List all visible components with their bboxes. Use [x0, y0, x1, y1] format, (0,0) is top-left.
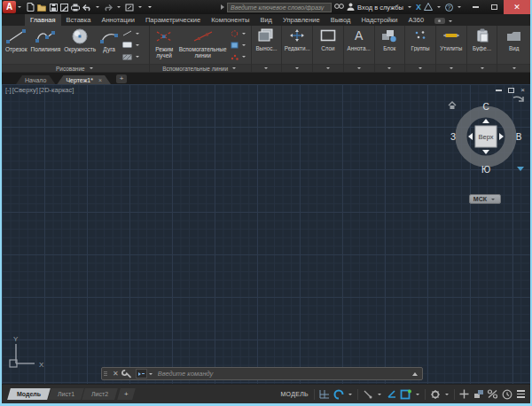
circle-button[interactable]: Окружность: [62, 27, 98, 64]
search-expand-icon[interactable]: [221, 4, 224, 10]
minimize-button[interactable]: [466, 0, 485, 14]
ribbon-tab-view[interactable]: Вид: [254, 14, 278, 26]
panel-clipboard[interactable]: Буфе...: [467, 26, 498, 72]
command-line[interactable]: ✕: [101, 367, 423, 380]
user-icon[interactable]: [347, 3, 355, 12]
doc-close-icon[interactable]: ×: [520, 87, 525, 94]
line-button[interactable]: Отрезок: [4, 27, 29, 64]
panel-draw-footer[interactable]: Рисование: [2, 64, 149, 72]
viewport-menu-control[interactable]: [-]: [5, 86, 12, 94]
clock-icon[interactable]: [501, 388, 512, 401]
plot-button[interactable]: [71, 4, 80, 12]
file-tab-start[interactable]: Начало: [16, 75, 55, 84]
ray-mode-button[interactable]: Режим лучей: [152, 27, 177, 64]
isodraft-dropdown-icon[interactable]: [378, 394, 381, 395]
snap-mode-icon[interactable]: [332, 388, 344, 401]
ribbon-tab-annotate[interactable]: Аннотации: [96, 14, 140, 26]
model-space-button[interactable]: МОДЕЛЬ: [280, 391, 309, 397]
grid-display-icon[interactable]: [318, 388, 330, 401]
layout-tab-layout2[interactable]: Лист2: [82, 388, 118, 400]
viewport-visual-style-control[interactable]: [2D-каркас]: [39, 86, 74, 94]
construction-circle-button[interactable]: [231, 30, 247, 37]
snap-dropdown-icon[interactable]: [348, 394, 352, 395]
viewcube-orbit-icon[interactable]: [512, 95, 526, 114]
a360-icon[interactable]: [424, 3, 433, 12]
ribbon-tab-manage[interactable]: Управление: [278, 14, 325, 26]
command-history-icon[interactable]: [412, 372, 418, 376]
new-tab-button[interactable]: +: [116, 74, 127, 83]
polyline-button[interactable]: Полилиния: [29, 27, 63, 64]
construction-polygon-button[interactable]: [231, 42, 247, 49]
panel-utilities[interactable]: Утилиты: [436, 26, 467, 72]
command-input[interactable]: [154, 370, 412, 378]
viewcube-arrow-up[interactable]: [482, 119, 489, 123]
panel-groups[interactable]: Группы: [405, 26, 436, 72]
command-customize-icon[interactable]: [122, 366, 132, 382]
exchange-apps-icon[interactable]: X: [416, 3, 421, 12]
hatch-button[interactable]: [122, 54, 141, 60]
panel-viewports[interactable]: Вынос...: [252, 26, 283, 72]
doc-restore-icon[interactable]: [508, 88, 514, 93]
ribbon-tab-a360[interactable]: A360: [403, 14, 430, 26]
object-snap-dropdown-icon[interactable]: [416, 394, 419, 395]
panel-modify[interactable]: Редакти...: [282, 26, 313, 72]
panel-view[interactable]: Вид: [497, 26, 530, 72]
new-layout-button[interactable]: +: [117, 388, 135, 400]
close-button[interactable]: ✕: [504, 0, 530, 14]
viewcube-face-label[interactable]: Верх: [478, 133, 493, 141]
open-file-button[interactable]: [37, 4, 47, 12]
new-file-button[interactable]: [27, 3, 35, 12]
annotation-scale-icon[interactable]: [473, 388, 484, 401]
save-button[interactable]: [50, 4, 58, 12]
ribbon-tab-output[interactable]: Вывод: [325, 14, 356, 26]
arc-button[interactable]: Дуга: [98, 27, 121, 64]
ribbon-tab-parametric[interactable]: Параметрические: [140, 14, 206, 26]
doc-minimize-icon[interactable]: [496, 90, 502, 91]
a360-dropdown-icon[interactable]: [437, 6, 441, 8]
help-dropdown-icon[interactable]: [458, 6, 461, 8]
undo-button[interactable]: [82, 4, 91, 12]
viewcube-menu-icon[interactable]: [517, 167, 524, 171]
viewcube-west-label[interactable]: З: [450, 132, 456, 142]
polar-tracking-icon[interactable]: [386, 388, 397, 401]
app-menu-button[interactable]: A: [3, 1, 16, 13]
isodraft-icon[interactable]: [362, 388, 373, 401]
redo-dropdown-icon[interactable]: [117, 6, 121, 8]
tab-close-icon[interactable]: ×: [98, 77, 102, 83]
workspace-gear-dropdown-icon[interactable]: [445, 394, 449, 395]
ribbon-tab-components[interactable]: Компоненты: [206, 14, 254, 26]
command-recent-dropdown-icon[interactable]: [149, 373, 153, 375]
drawing-canvas[interactable]: [-] [Сверху] [2D-каркас] × С Ю З В: [2, 84, 530, 384]
rectangle-tool-button[interactable]: [122, 30, 141, 36]
search-icon[interactable]: [334, 3, 344, 12]
maximize-button[interactable]: [485, 0, 504, 14]
redo-button[interactable]: [104, 4, 113, 12]
layout-tab-layout1[interactable]: Лист1: [48, 388, 84, 400]
layout-tab-model[interactable]: Модель: [7, 388, 51, 400]
ribbon-tab-home[interactable]: Главная: [25, 14, 61, 26]
panel-annotation[interactable]: A Аннота...: [344, 26, 375, 72]
command-close-icon[interactable]: ✕: [109, 370, 122, 378]
viewcube-home-icon[interactable]: [448, 97, 457, 113]
command-prompt-icon[interactable]: [136, 369, 147, 379]
help-icon[interactable]: ?: [445, 4, 453, 12]
viewcube[interactable]: С Ю З В Верх МСК: [446, 95, 526, 180]
ribbon-tab-insert[interactable]: Вставка: [61, 14, 97, 26]
viewcube-east-label[interactable]: В: [516, 132, 522, 142]
ribbon-tab-addins[interactable]: Надстройки: [356, 14, 403, 26]
construction-line-button[interactable]: Вспомогательные линии: [177, 27, 229, 64]
panel-construction-footer[interactable]: Вспомогательные линии: [150, 64, 251, 72]
workspace-icon[interactable]: [125, 4, 134, 12]
app-menu-dropdown-icon[interactable]: [18, 6, 21, 8]
viewcube-arrow-left[interactable]: [468, 133, 473, 140]
customization-menu-icon[interactable]: [515, 388, 527, 401]
signin-dropdown-icon[interactable]: [408, 6, 411, 8]
construction-spray-button[interactable]: [231, 53, 247, 60]
undo-dropdown-icon[interactable]: [96, 6, 99, 8]
signin-label[interactable]: Вход в службы: [357, 4, 403, 12]
search-input[interactable]: [227, 3, 332, 12]
viewcube-north-label[interactable]: С: [482, 102, 489, 112]
qat-customize-icon[interactable]: [148, 6, 152, 8]
panel-block[interactable]: Блок: [375, 26, 406, 72]
viewcube-arrow-right[interactable]: [499, 133, 504, 140]
